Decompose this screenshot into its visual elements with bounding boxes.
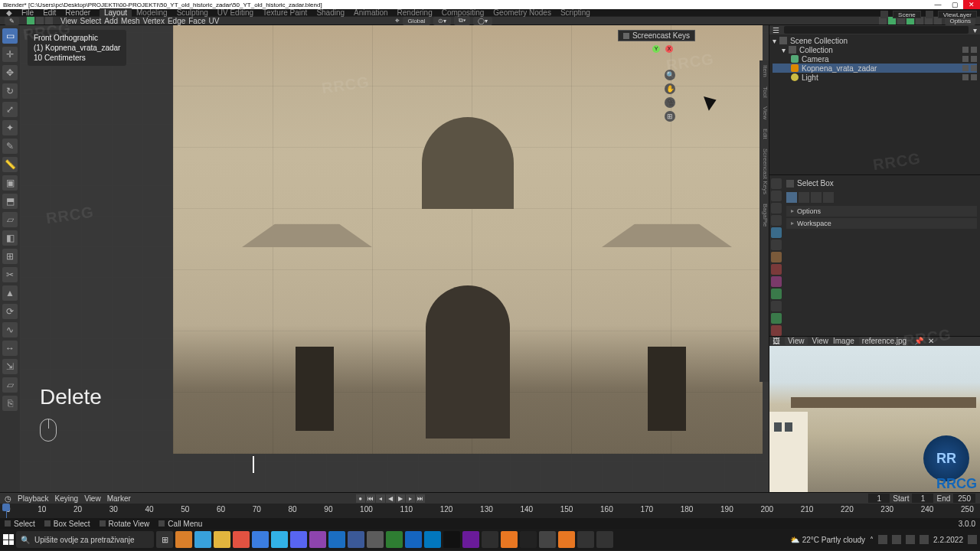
window-maximize[interactable]: ▢: [946, 0, 963, 9]
image-mode-dropdown[interactable]: View: [785, 337, 808, 345]
tray-icon-4[interactable]: [920, 535, 929, 544]
menu-file[interactable]: File: [21, 8, 34, 17]
tool-smooth-icon[interactable]: ∿: [2, 322, 18, 337]
sel-thumb-1[interactable]: [786, 192, 797, 203]
viewlayer-field[interactable]: ViewLayer: [938, 11, 977, 18]
start-button-icon[interactable]: [3, 534, 14, 545]
gizmo-y-axis[interactable]: Y: [652, 45, 660, 53]
tool-loopcut-icon[interactable]: ⊞: [2, 249, 18, 264]
ntab-item[interactable]: Item: [760, 60, 769, 82]
persp-ortho-icon[interactable]: ⊞: [665, 111, 675, 122]
vmenu-select[interactable]: Select: [80, 17, 102, 25]
menu-edit[interactable]: Edit: [43, 8, 56, 17]
jump-start-icon[interactable]: ⏮: [366, 494, 375, 503]
image-close-icon[interactable]: ✕: [928, 337, 934, 345]
image-pin-icon[interactable]: 📌: [914, 337, 923, 345]
app-icon-15[interactable]: [443, 531, 460, 548]
timeline-ruler[interactable]: 0102030405060708090100110120130140150160…: [0, 504, 980, 518]
image-editor-canvas[interactable]: RR RRCG: [769, 346, 980, 492]
outliner-collection[interactable]: ▾ Collection: [773, 45, 977, 54]
app-icon-1[interactable]: [175, 531, 192, 548]
tool-measure-icon[interactable]: 📏: [2, 157, 18, 172]
prop-tab-scene-icon[interactable]: [771, 227, 782, 238]
orientation-dropdown[interactable]: Global: [403, 17, 430, 25]
jump-end-icon[interactable]: ⏭: [416, 494, 425, 503]
taskbar-search[interactable]: 🔍 Upišite ovdje za pretraživanje: [16, 531, 154, 548]
workspace-layout[interactable]: Layout: [100, 8, 132, 17]
notifications-icon[interactable]: [968, 535, 977, 544]
taskbar-clock[interactable]: 2.2.2022: [933, 536, 963, 544]
ie-menu-view[interactable]: View: [812, 337, 829, 345]
prev-key-icon[interactable]: ◂: [376, 494, 385, 503]
tool-annotate-icon[interactable]: ✎: [2, 139, 18, 154]
workspace-animation[interactable]: Animation: [349, 8, 392, 17]
tl-keying[interactable]: Keying: [55, 494, 79, 503]
app-icon-4[interactable]: [233, 531, 250, 548]
workspace-compositing[interactable]: Compositing: [437, 8, 489, 17]
tool-inset-icon[interactable]: ▱: [2, 212, 18, 227]
gizmo-x-axis[interactable]: X: [665, 45, 673, 53]
tool-bevel-icon[interactable]: ◧: [2, 230, 18, 246]
zoom-icon[interactable]: 🔍: [665, 70, 675, 80]
app-icon-17[interactable]: [482, 531, 498, 548]
tool-shrink-icon[interactable]: ⇲: [2, 359, 18, 374]
prop-tab-constraint-icon[interactable]: [771, 301, 782, 311]
tray-icon-2[interactable]: [892, 535, 901, 544]
app-icon-10[interactable]: [348, 531, 364, 548]
sel-thumb-2[interactable]: [799, 192, 809, 203]
timeline-editor-icon[interactable]: ◷: [5, 494, 11, 503]
tool-move-icon[interactable]: ✥: [2, 65, 18, 80]
screencast-chip[interactable]: Screencast Keys: [618, 30, 695, 41]
workspace-rendering[interactable]: Rendering: [393, 8, 437, 17]
play-rev-icon[interactable]: ◀: [386, 494, 395, 503]
vertex-select-icon[interactable]: [27, 17, 34, 24]
workspace-modeling[interactable]: Modeling: [132, 8, 172, 17]
app-icon-23[interactable]: [596, 531, 613, 548]
prop-tab-view-icon[interactable]: [771, 215, 782, 226]
tool-addcube-icon[interactable]: ▣: [2, 175, 18, 191]
tl-playback[interactable]: Playback: [18, 494, 49, 503]
workspace-shading[interactable]: Shading: [312, 8, 349, 17]
tl-view[interactable]: View: [84, 494, 101, 503]
workspace-texpaint[interactable]: Texture Paint: [258, 8, 312, 17]
ntab-tool[interactable]: Tool: [760, 82, 769, 103]
prop-tab-object-icon[interactable]: [771, 252, 782, 262]
app-icon-18[interactable]: [501, 531, 518, 548]
play-icon[interactable]: ▶: [396, 494, 405, 503]
workspace-uv[interactable]: UV Editing: [213, 8, 258, 17]
app-icon-9[interactable]: [328, 531, 345, 548]
image-editor-type-icon[interactable]: 🖼: [773, 337, 780, 345]
tool-scale-icon[interactable]: ⤢: [2, 102, 18, 117]
outliner-editor-icon[interactable]: ☰: [773, 26, 779, 34]
vmenu-add[interactable]: Add: [104, 17, 118, 25]
prop-section-workspace[interactable]: Workspace: [786, 218, 977, 229]
weather-widget[interactable]: ⛅ 22°C Partly cloudy: [790, 536, 865, 544]
ntab-view[interactable]: View: [760, 102, 769, 124]
app-icon-16[interactable]: [462, 531, 479, 548]
outliner-camera[interactable]: Camera: [773, 54, 977, 64]
outliner-mesh[interactable]: Kopnena_vrata_zadar: [773, 64, 977, 73]
prop-tab-physics-icon[interactable]: [771, 289, 782, 299]
tool-cursor-icon[interactable]: ✛: [2, 47, 18, 62]
camera-view-icon[interactable]: 🎥: [665, 97, 675, 108]
image-file-dropdown[interactable]: reference.jpg: [859, 337, 910, 345]
scene-field[interactable]: Scene: [893, 11, 921, 18]
ntab-edit[interactable]: Edit: [760, 124, 769, 144]
timeline-playhead[interactable]: [6, 504, 7, 518]
workspace-geonodes[interactable]: Geometry Nodes: [488, 8, 556, 17]
tool-select-box-icon[interactable]: ▭: [2, 28, 18, 44]
vmenu-uv[interactable]: UV: [209, 17, 220, 25]
outliner-root[interactable]: ▾ Scene Collection: [773, 36, 977, 45]
outliner-search[interactable]: [784, 26, 969, 34]
outliner-light[interactable]: Light: [773, 73, 977, 82]
tool-rotate-icon[interactable]: ↻: [2, 83, 18, 99]
app-icon-6[interactable]: [271, 531, 288, 548]
app-icon-14[interactable]: [424, 531, 441, 548]
proportional-edit[interactable]: ◯▾: [473, 17, 492, 25]
app-icon-3[interactable]: [214, 531, 230, 548]
prop-section-options[interactable]: Options: [786, 206, 977, 217]
menu-render[interactable]: Render: [65, 8, 90, 17]
vmenu-view[interactable]: View: [60, 17, 77, 25]
vmenu-face[interactable]: Face: [188, 17, 205, 25]
ntab-bagapie[interactable]: BagaPie: [760, 199, 769, 231]
